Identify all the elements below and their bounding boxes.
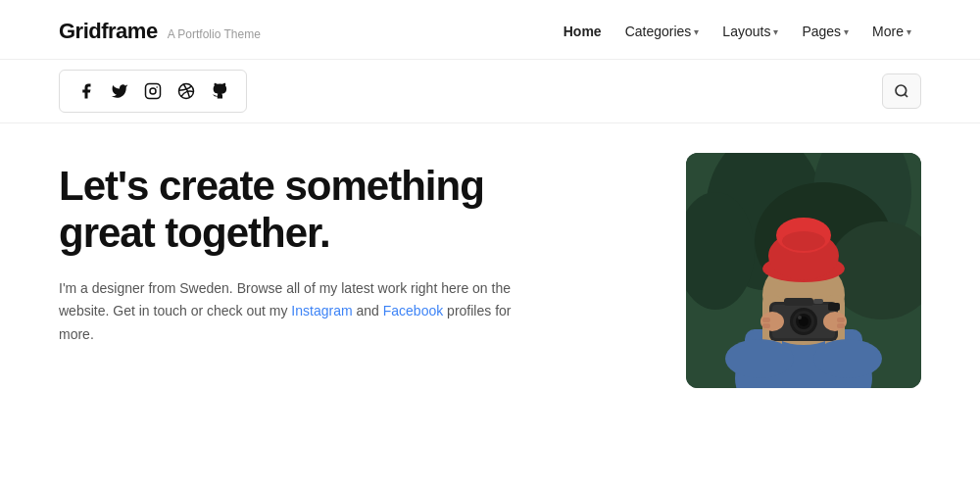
hero-title: Let's create something great together. [59, 163, 568, 258]
svg-point-23 [782, 231, 825, 251]
svg-rect-37 [762, 323, 770, 328]
svg-rect-36 [762, 318, 770, 322]
facebook-icon[interactable] [72, 76, 101, 106]
brand-tagline: A Portfolio Theme [168, 27, 261, 41]
svg-rect-31 [784, 298, 813, 306]
hero-text: Let's create something great together. I… [59, 153, 627, 388]
search-button[interactable] [882, 74, 921, 109]
chevron-down-icon: ▾ [844, 26, 849, 37]
hero-image [686, 153, 921, 388]
brand-name: Gridframe [59, 19, 158, 44]
svg-point-2 [156, 86, 158, 88]
facebook-link[interactable]: Facebook [383, 303, 443, 318]
github-icon[interactable] [205, 76, 234, 106]
svg-point-30 [798, 316, 802, 319]
nav-item-pages[interactable]: Pages ▾ [792, 18, 858, 45]
svg-point-4 [896, 85, 906, 96]
svg-line-5 [905, 94, 907, 97]
svg-rect-39 [837, 323, 845, 328]
nav-item-more[interactable]: More ▾ [862, 18, 921, 45]
nav-item-categories[interactable]: Categories ▾ [615, 18, 710, 45]
nav-item-home[interactable]: Home [554, 18, 612, 45]
toolbar [0, 60, 980, 123]
svg-rect-33 [828, 303, 840, 311]
instagram-icon[interactable] [138, 76, 168, 106]
hero-description: I'm a designer from Sweden. Browse all o… [59, 277, 529, 347]
chevron-down-icon: ▾ [694, 26, 699, 37]
instagram-link[interactable]: Instagram [291, 303, 352, 318]
twitter-icon[interactable] [105, 76, 134, 106]
header: Gridframe A Portfolio Theme Home Categor… [0, 0, 980, 60]
svg-rect-38 [837, 318, 845, 322]
dribbble-icon[interactable] [172, 76, 201, 106]
brand: Gridframe A Portfolio Theme [59, 19, 261, 44]
svg-point-40 [725, 339, 794, 378]
svg-point-1 [150, 88, 156, 94]
hero-section: Let's create something great together. I… [0, 123, 980, 417]
svg-rect-0 [146, 84, 161, 99]
social-icons-bar [59, 70, 247, 113]
svg-point-41 [813, 339, 882, 378]
chevron-down-icon: ▾ [906, 26, 911, 37]
chevron-down-icon: ▾ [773, 26, 778, 37]
svg-rect-32 [813, 299, 823, 304]
nav-item-layouts[interactable]: Layouts ▾ [712, 18, 788, 45]
main-nav: Home Categories ▾ Layouts ▾ Pages ▾ More… [554, 18, 921, 45]
